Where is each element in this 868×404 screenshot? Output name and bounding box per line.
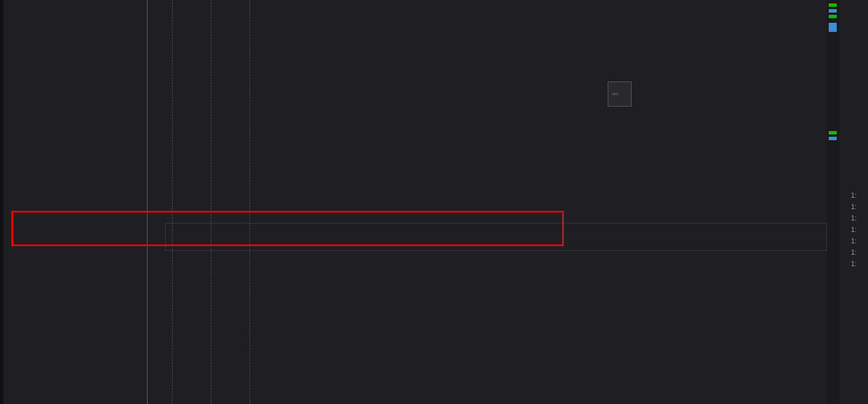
overview-ruler[interactable] [827,0,840,404]
indent-guide [172,0,173,404]
right-panel[interactable]: 1: 1: 1: 1: 1: 1: 1: [851,186,868,268]
fold-guide [147,0,148,404]
ruler-tick: 1: [851,248,868,256]
code-editor[interactable]: 1: 1: 1: 1: 1: 1: 1: [0,0,868,404]
current-line-highlight [165,223,827,251]
type-chip [612,93,619,95]
ruler-tick: 1: [851,260,868,268]
ruler-tick: 1: [851,237,868,245]
ruler-tick: 1: [851,203,868,211]
indent-guide [249,0,250,404]
ruler-tick: 1: [851,191,868,199]
indent-guide [211,0,211,404]
intellisense-hint[interactable] [608,81,632,107]
ruler-tick: 1: [851,214,868,222]
left-strip [0,0,3,404]
ruler-tick: 1: [851,226,868,234]
